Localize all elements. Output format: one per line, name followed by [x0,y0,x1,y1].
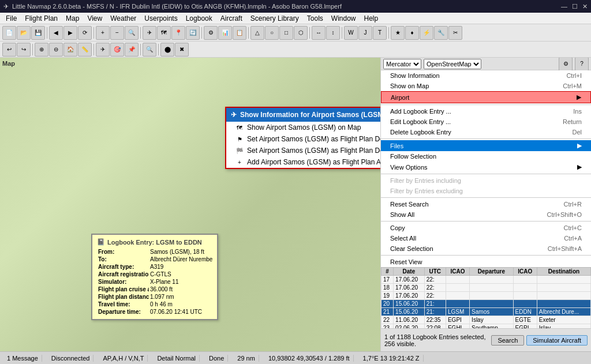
tb2-btn6[interactable]: 📏 [78,43,92,57]
cell-time: 22: [424,276,446,284]
tb2-btn7[interactable]: ✈ [96,43,110,57]
ctx-show-on-map[interactable]: 🗺 Show Airport Samos (LGSM) on Map [226,122,380,133]
ctx-airport-sub[interactable]: Airport ▶ [381,91,591,103]
table-row[interactable]: 21 15.06.20 21: LGSM Samos EDDN Albrecht… [381,308,591,316]
lb-key-dist: Flight plan distance: [97,293,149,301]
menu-window[interactable]: Window [328,14,360,23]
ctx-select-all[interactable]: Select All Ctrl+A [381,233,591,243]
cell-icao [446,284,469,292]
tb-btn24[interactable]: T [373,26,387,40]
tb-btn10[interactable]: 🗺 [157,26,171,40]
tb-btn19[interactable]: ⬡ [294,26,308,40]
tb-btn11[interactable]: 📍 [171,26,185,40]
panel-help-btn[interactable]: ? [575,58,589,71]
ctx-set-destination[interactable]: 🏁 Set Airport Samos (LGSM) as Flight Pla… [226,145,380,156]
tb-btn26[interactable]: ♦ [405,26,419,40]
tb-btn22[interactable]: W [344,26,358,40]
ctx-show-all[interactable]: Show All Ctrl+Shift+O [381,209,591,220]
col-name: Departure [470,268,514,276]
menu-scenery[interactable]: Scenery Library [247,14,302,23]
tb-btn3[interactable]: ◀ [49,26,63,40]
menu-map[interactable]: Map [62,14,83,23]
tb-btn23[interactable]: J [358,26,372,40]
tb-btn15[interactable]: 📋 [233,26,246,40]
search-button[interactable]: Search [491,335,524,346]
ctx-show-map[interactable]: Show on Map Ctrl+M [381,81,591,91]
tb-btn6[interactable]: + [96,26,110,40]
tb-btn28[interactable]: 🔧 [434,26,448,40]
tb-btn21[interactable]: ↕ [326,26,340,40]
tb-btn8[interactable]: 🔍 [125,26,139,40]
menu-weather[interactable]: Weather [107,14,140,23]
map-theme-dropdown[interactable]: OpenStreetMap [424,59,481,69]
tb2-btn4[interactable]: ⊖ [49,43,63,57]
ctx-set-departure[interactable]: ⚑ Set Airport Samos (LGSM) as Flight Pla… [226,133,380,145]
menu-tools[interactable]: Tools [304,14,327,23]
logbook-table[interactable]: # Date UTC ICAO Departure ICAO Destinati… [381,267,591,328]
tb-btn7[interactable]: − [110,26,124,40]
tb2-btn3[interactable]: ⊕ [35,43,48,57]
ctx-reset-view[interactable]: Reset View [381,257,591,267]
tb-btn14[interactable]: 📊 [218,26,232,40]
menu-file[interactable]: File [2,14,20,23]
tb-btn16[interactable]: △ [250,26,264,40]
ctx-follow-selection[interactable]: Follow Selection [381,151,591,162]
table-row[interactable]: 20 15.06.20 21: [381,300,591,308]
maximize-button[interactable]: ☐ [572,3,578,10]
tb2-btn11[interactable]: ⬤ [160,43,174,57]
tb2-btn1[interactable]: ↩ [2,43,16,57]
tb2-btn5[interactable]: 🏠 [63,43,77,57]
map-area[interactable]: Map 📓 Logbook Entry: LGSM to EDDN From:S… [0,58,380,351]
ctx-reset-search[interactable]: Reset Search Ctrl+R [381,199,591,209]
simulator-aircraft-button[interactable]: Simulator Aircraft [526,335,588,346]
airport-context-menu: ✈ Show Information for Airport Samos (LG… [225,107,380,169]
tb2-search[interactable]: 🔍 [143,43,156,57]
table-row[interactable]: 22 11.06.20 22:35 EGPI Islay EGTE Exeter [381,316,591,324]
table-row[interactable]: 18 17.06.20 22: [381,284,591,292]
tb2-btn8[interactable]: 🎯 [110,43,124,57]
tb-new[interactable]: 📄 [2,26,16,40]
tb-btn12[interactable]: 🔄 [186,26,200,40]
tb-btn4[interactable]: ▶ [63,26,77,40]
ctx-show-info[interactable]: Show Information Ctrl+I [381,70,591,81]
close-button[interactable]: ✕ [582,3,588,10]
projection-dropdown[interactable]: Mercator [383,59,421,69]
ctx-files-sub[interactable]: Files ▶ [381,140,591,151]
lb-key-travel: Travel time: [97,301,149,308]
ctx-add-alternate[interactable]: + Add Airport Samos (LGSM) as Flight Pla… [226,156,380,168]
ctx-clear-selection[interactable]: Clear Selection Ctrl+Shift+A [381,243,591,254]
col-time: UTC [424,268,446,276]
table-row[interactable]: 19 17.06.20 22: [381,292,591,300]
tb-btn5[interactable]: ⟳ [78,26,92,40]
menu-logbook[interactable]: Logbook [182,14,216,23]
menu-view[interactable]: View [84,14,106,23]
menu-flightplan[interactable]: Flight Plan [21,14,61,23]
tb-btn20[interactable]: ↔ [312,26,326,40]
menu-aircraft[interactable]: Aircraft [217,14,246,23]
tb-open[interactable]: 📂 [17,26,31,40]
ctx-copy[interactable]: Copy Ctrl+C [381,223,591,233]
tb2-btn12[interactable]: ✖ [175,43,189,57]
tb-btn9[interactable]: ✈ [143,26,156,40]
table-row[interactable]: 17 17.06.20 22: [381,276,591,284]
tb-btn17[interactable]: ○ [265,26,279,40]
panel-settings-btn[interactable]: ⚙ [559,58,573,71]
menu-help[interactable]: Help [361,14,382,23]
tb2-btn9[interactable]: 📌 [125,43,139,57]
tb-save[interactable]: 💾 [31,26,45,40]
minimize-button[interactable]: — [561,3,567,10]
ctx-delete-logbook[interactable]: Delete Logbook Entry Del [381,127,591,137]
menu-userpoints[interactable]: Userpoints [141,14,181,23]
ctx-view-options[interactable]: View Options ▶ [381,162,591,172]
ctx-edit-logbook[interactable]: Edit Logbook Entry ... Return [381,117,591,127]
tb-btn13[interactable]: ⚙ [204,26,218,40]
table-row[interactable]: 23 02.06.20 22:08 EGHI Southamp... EGPI … [381,324,591,329]
ctx-add-logbook[interactable]: Add Logbook Entry ... Ins [381,106,591,117]
tb-btn29[interactable]: ✂ [448,26,462,40]
tb2-btn2[interactable]: ↪ [17,43,31,57]
cell-name: Samos [470,308,514,316]
tb-btn27[interactable]: ⚡ [420,26,433,40]
cell-id: 20 [381,300,394,308]
tb-btn18[interactable]: □ [279,26,293,40]
tb-btn25[interactable]: ★ [391,26,405,40]
